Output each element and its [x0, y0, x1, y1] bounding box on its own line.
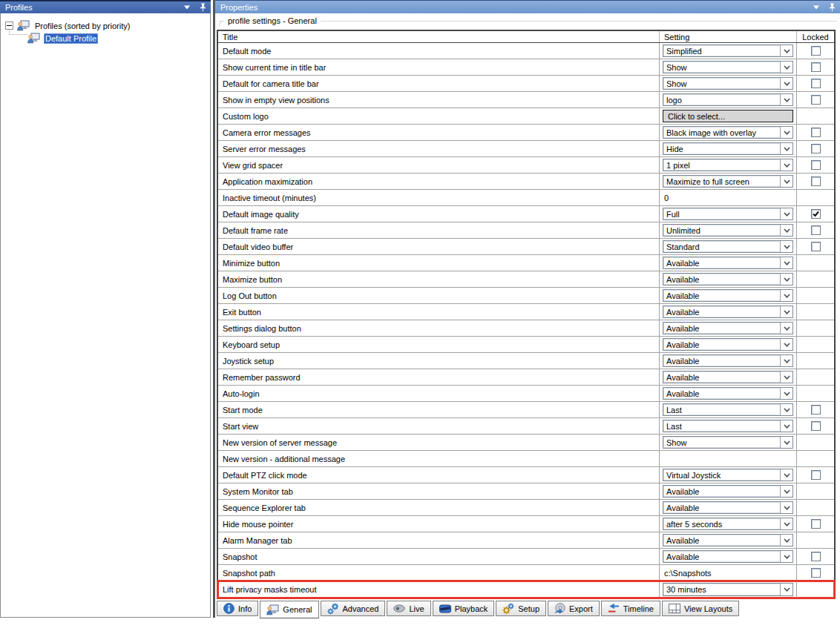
chevron-down-icon[interactable] [812, 3, 821, 12]
chevron-down-icon[interactable] [780, 355, 793, 366]
tab-info[interactable]: Info [217, 601, 258, 616]
setting-dropdown[interactable]: Available [663, 306, 793, 318]
setting-dropdown[interactable]: Unlimited [663, 224, 793, 237]
locked-checkbox[interactable] [811, 552, 821, 561]
chevron-down-icon[interactable] [780, 78, 793, 89]
setting-dropdown[interactable]: Virtual Joystick [663, 469, 793, 481]
locked-checkbox[interactable] [811, 95, 821, 105]
advanced-icon [327, 603, 339, 615]
setting-dropdown[interactable]: Available [663, 257, 793, 269]
chevron-down-icon[interactable] [780, 339, 793, 350]
tab-setup[interactable]: Setup [496, 601, 546, 616]
chevron-down-icon[interactable] [780, 535, 793, 546]
locked-checkbox[interactable] [811, 405, 821, 415]
setting-dropdown[interactable]: Black image with overlay [663, 126, 793, 139]
chevron-down-icon[interactable] [780, 584, 793, 595]
chevron-down-icon[interactable] [780, 159, 793, 171]
chevron-down-icon[interactable] [780, 143, 793, 154]
tab-view-layouts[interactable]: View Layouts [662, 601, 739, 616]
chevron-down-icon[interactable] [780, 469, 793, 481]
pin-icon[interactable] [827, 3, 836, 12]
tab-advanced[interactable]: Advanced [321, 601, 386, 616]
pin-icon[interactable] [198, 3, 207, 12]
tab-timeline[interactable]: Timeline [601, 601, 660, 616]
click-to-select-button[interactable]: Click to select... [663, 110, 793, 122]
locked-checkbox[interactable] [811, 144, 821, 153]
setting-dropdown[interactable]: Show [663, 77, 793, 90]
chevron-down-icon[interactable] [780, 486, 793, 497]
setting-dropdown[interactable]: Available [663, 354, 793, 367]
dropdown-value: Available [663, 306, 780, 317]
collapse-expander-icon[interactable] [5, 22, 13, 30]
chevron-down-icon[interactable] [780, 208, 793, 219]
locked-checkbox[interactable] [811, 62, 821, 72]
setting-dropdown[interactable]: Available [663, 501, 793, 514]
setting-dropdown[interactable]: Available [663, 485, 793, 498]
setting-dropdown[interactable]: Full [663, 208, 793, 220]
chevron-down-icon[interactable] [780, 372, 793, 383]
chevron-down-icon[interactable] [780, 241, 793, 252]
setting-dropdown[interactable]: Available [663, 338, 793, 351]
tab-playback[interactable]: Playback [433, 601, 495, 616]
chevron-down-icon[interactable] [780, 176, 793, 187]
chevron-down-icon[interactable] [780, 551, 793, 562]
setting-dropdown[interactable]: Available [663, 289, 793, 302]
setting-dropdown[interactable]: 1 pixel [663, 159, 793, 171]
setting-dropdown[interactable]: Maximize to full screen [663, 175, 793, 188]
chevron-down-icon[interactable] [780, 257, 793, 268]
chevron-down-icon[interactable] [780, 404, 793, 415]
tree-item-label[interactable]: Profiles (sorted by priority) [33, 21, 131, 31]
chevron-down-icon[interactable] [780, 62, 793, 73]
setting-dropdown[interactable]: Show [663, 61, 793, 73]
locked-checkbox[interactable] [811, 160, 821, 170]
chevron-down-icon[interactable] [780, 225, 793, 236]
setting-dropdown[interactable]: Show [663, 436, 793, 449]
locked-checkbox[interactable] [811, 242, 821, 251]
setting-dropdown[interactable]: logo [663, 93, 793, 106]
locked-checkbox[interactable] [811, 209, 821, 219]
dropdown-value: Last [663, 420, 780, 432]
chevron-down-icon[interactable] [780, 127, 793, 138]
locked-checkbox[interactable] [811, 225, 821, 235]
locked-checkbox[interactable] [811, 519, 821, 529]
setting-dropdown[interactable]: Simplified [663, 44, 793, 57]
tree-item-label-selected[interactable]: Default Profile [44, 33, 98, 44]
setting-dropdown[interactable]: Available [663, 371, 793, 383]
chevron-down-icon[interactable] [780, 437, 793, 448]
table-row: Show current time in title bar Show [218, 59, 834, 76]
locked-checkbox[interactable] [811, 128, 821, 137]
tab-live[interactable]: Live [387, 601, 430, 616]
chevron-down-icon[interactable] [780, 94, 793, 105]
tree-item-default-profile[interactable]: Default Profile [27, 32, 98, 44]
setting-dropdown[interactable]: Last [663, 403, 793, 416]
setting-dropdown[interactable]: Standard [663, 240, 793, 253]
setting-dropdown[interactable]: Available [663, 322, 793, 334]
locked-checkbox[interactable] [811, 470, 821, 480]
locked-checkbox[interactable] [811, 176, 821, 186]
locked-checkbox[interactable] [811, 79, 821, 88]
locked-checkbox[interactable] [811, 46, 821, 56]
locked-checkbox[interactable] [811, 568, 821, 578]
chevron-down-icon[interactable] [780, 420, 793, 432]
setting-dropdown[interactable]: Available [663, 550, 793, 563]
chevron-down-icon[interactable] [780, 274, 793, 285]
setting-dropdown[interactable]: Available [663, 273, 793, 285]
chevron-down-icon[interactable] [780, 306, 793, 317]
tab-general[interactable]: General [260, 601, 318, 618]
setting-dropdown[interactable]: Last [663, 420, 793, 432]
locked-checkbox[interactable] [811, 421, 821, 431]
chevron-down-icon[interactable] [780, 323, 793, 334]
chevron-down-icon[interactable] [780, 388, 793, 399]
setting-dropdown[interactable]: Hide [663, 142, 793, 155]
tab-export[interactable]: Export [548, 601, 600, 616]
chevron-down-icon[interactable] [780, 290, 793, 301]
chevron-down-icon[interactable] [780, 502, 793, 513]
chevron-down-icon[interactable] [780, 45, 793, 56]
chevron-down-icon[interactable] [183, 3, 191, 12]
setting-dropdown[interactable]: Available [663, 387, 793, 400]
chevron-down-icon[interactable] [780, 518, 793, 529]
setting-dropdown[interactable]: 30 minutes [663, 583, 793, 596]
setting-dropdown[interactable]: after 5 seconds [663, 518, 793, 530]
tree-item-profiles-root[interactable]: Profiles (sorted by priority) [5, 19, 131, 32]
setting-dropdown[interactable]: Available [663, 534, 793, 547]
